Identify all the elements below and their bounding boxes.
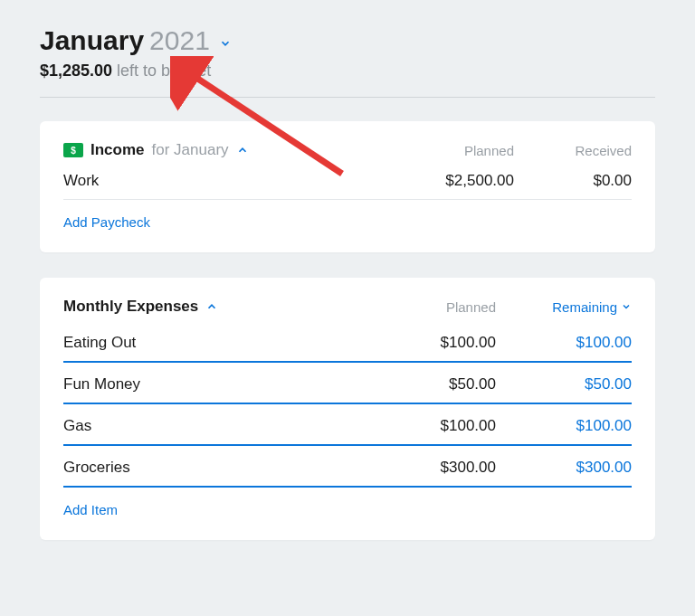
left-to-budget: $1,285.00 left to budget: [40, 62, 655, 81]
expenses-card: Monthly Expenses Planned Remaining Eatin…: [40, 278, 655, 540]
header-divider: [40, 97, 655, 98]
expense-planned: $100.00: [360, 417, 496, 435]
expenses-col-planned: Planned: [360, 299, 496, 315]
income-card: $ Income for January Planned Received Wo…: [40, 121, 655, 252]
budget-header: January 2021 $1,285.00 left to budget: [40, 25, 655, 81]
income-row-name: Work: [63, 172, 396, 190]
expenses-title: Monthly Expenses: [63, 298, 198, 316]
expense-row[interactable]: Eating Out $100.00 $100.00: [63, 321, 632, 363]
income-col-received: Received: [514, 143, 632, 158]
expense-name: Fun Money: [63, 375, 360, 393]
chevron-up-icon: [236, 144, 249, 156]
expense-planned: $100.00: [360, 334, 496, 352]
expenses-toggle[interactable]: Monthly Expenses: [63, 298, 360, 316]
year-label: 2021: [149, 25, 210, 56]
expense-planned: $50.00: [360, 375, 496, 393]
dollar-icon: $: [63, 143, 83, 157]
income-toggle[interactable]: $ Income for January: [63, 141, 396, 159]
left-amount: $1,285.00: [40, 62, 112, 80]
expense-name: Groceries: [63, 459, 360, 477]
income-col-planned: Planned: [396, 143, 514, 158]
expense-name: Eating Out: [63, 334, 360, 352]
expense-remaining: $100.00: [496, 417, 632, 435]
chevron-down-icon: [219, 37, 232, 50]
expenses-col-remaining[interactable]: Remaining: [496, 299, 632, 315]
add-paycheck-link[interactable]: Add Paycheck: [63, 214, 150, 230]
expense-row[interactable]: Gas $100.00 $100.00: [63, 404, 632, 446]
expense-remaining: $100.00: [496, 334, 632, 352]
income-row[interactable]: Work $2,500.00 $0.00: [63, 159, 632, 200]
expense-row[interactable]: Fun Money $50.00 $50.00: [63, 363, 632, 404]
expense-planned: $300.00: [360, 459, 496, 477]
income-subtitle: for January: [152, 141, 229, 159]
month-label: January: [40, 25, 144, 56]
add-item-link[interactable]: Add Item: [63, 502, 118, 517]
expense-remaining: $300.00: [496, 459, 632, 477]
left-label: left to budget: [117, 62, 211, 80]
income-title: Income: [90, 141, 145, 159]
expense-remaining: $50.00: [496, 375, 632, 393]
expense-name: Gas: [63, 417, 360, 435]
chevron-up-icon: [205, 300, 218, 313]
income-row-received: $0.00: [514, 172, 632, 190]
expense-row[interactable]: Groceries $300.00 $300.00: [63, 446, 632, 488]
month-selector[interactable]: January 2021: [40, 25, 655, 56]
income-row-planned: $2,500.00: [396, 172, 514, 190]
